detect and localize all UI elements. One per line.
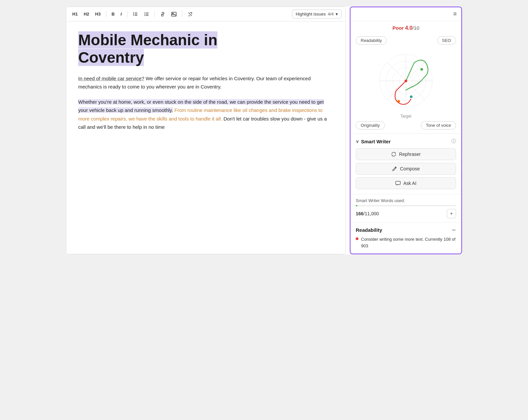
- readability-section: Readability ✏ Consider writing some more…: [350, 222, 461, 254]
- words-total: 11,000: [365, 211, 379, 216]
- target-label: Target: [350, 114, 461, 119]
- compose-icon: [392, 166, 397, 171]
- dropdown-chevron-icon: ▾: [336, 12, 338, 17]
- doc-title: Mobile Mechanic in Coventry: [78, 31, 334, 66]
- readability-item-text: Consider writing some more text. Current…: [361, 236, 456, 249]
- editor-content: Mobile Mechanic in Coventry In need of m…: [66, 21, 346, 254]
- radar-chart-container: [350, 45, 461, 114]
- highlight-label: Highlight issues: [296, 12, 326, 17]
- bullet-list-button[interactable]: [142, 10, 151, 18]
- score-text: Poor 4.0/10: [356, 25, 456, 31]
- radar-chart: [373, 48, 439, 114]
- metrics-tabs-top: Readability SEO: [350, 36, 461, 45]
- info-icon[interactable]: ⓘ: [451, 138, 456, 144]
- ask-ai-icon: [395, 181, 401, 186]
- words-used-section: Smart Writer Words used: 166/11,000 +: [350, 194, 461, 222]
- readability-tab[interactable]: Readability: [356, 36, 387, 45]
- words-count: 166/11,000: [356, 211, 379, 216]
- smart-writer-title: Smart Writer: [361, 139, 391, 144]
- hamburger-button[interactable]: ≡: [453, 11, 457, 18]
- editor-panel: H1 H2 H3 B I 1 2 3: [66, 7, 346, 254]
- title-highlight-part2: Coventry: [78, 49, 144, 66]
- words-progress-fill: [356, 205, 357, 206]
- toolbar-separator-1: [106, 11, 106, 18]
- compose-label: Compose: [400, 166, 420, 171]
- h2-button[interactable]: H2: [82, 10, 91, 18]
- readability-header: Readability ✏: [356, 227, 456, 233]
- chevron-down-icon: ∨: [356, 139, 359, 144]
- score-total: /10: [412, 25, 419, 31]
- paragraph-2: Whether you're at home, work, or even st…: [78, 98, 334, 131]
- highlight-count: 4/4: [328, 12, 334, 17]
- smart-writer-header: ∨ Smart Writer ⓘ: [356, 138, 456, 144]
- rephraser-icon: [391, 152, 396, 157]
- svg-line-14: [188, 13, 192, 16]
- svg-point-7: [145, 14, 145, 14]
- ask-ai-label: Ask AI: [403, 181, 416, 186]
- app-container: H1 H2 H3 B I 1 2 3: [66, 7, 462, 254]
- svg-point-25: [397, 100, 400, 103]
- title-highlight-part1: Mobile Mechanic in: [78, 31, 217, 49]
- rephraser-button[interactable]: Rephraser: [356, 148, 456, 160]
- red-dot-icon: [356, 237, 358, 240]
- words-count-row: 166/11,000 +: [356, 209, 456, 218]
- paragraph-1: In need of mobile car service? We offer …: [78, 74, 334, 91]
- words-used-label: Smart Writer Words used:: [356, 198, 456, 203]
- svg-point-6: [145, 12, 145, 13]
- compose-button[interactable]: Compose: [356, 163, 456, 175]
- add-words-button[interactable]: +: [447, 209, 456, 218]
- score-poor-label: Poor: [392, 25, 404, 31]
- edit-icon[interactable]: ✏: [452, 228, 456, 233]
- metrics-tabs-bottom: Originality Tone of voice: [350, 120, 461, 133]
- toolbar-separator-4: [182, 11, 182, 18]
- svg-point-23: [405, 80, 407, 82]
- image-icon: [171, 12, 177, 17]
- readability-title: Readability: [356, 227, 382, 233]
- score-value: 4.0: [405, 25, 412, 31]
- link-icon: [160, 12, 165, 17]
- clear-format-icon: [187, 12, 193, 17]
- words-progress-bar: [356, 205, 456, 206]
- readability-item: Consider writing some more text. Current…: [356, 236, 456, 249]
- highlight-dropdown[interactable]: Highlight issues 4/4 ▾: [292, 10, 342, 18]
- ordered-list-button[interactable]: 1 2 3: [131, 10, 140, 18]
- clear-format-button[interactable]: [185, 10, 195, 18]
- h1-button[interactable]: H1: [70, 10, 80, 18]
- italic-button[interactable]: I: [118, 10, 124, 18]
- para1-underline: In need of mobile car service?: [78, 76, 144, 81]
- smart-writer-title-container: ∨ Smart Writer: [356, 139, 391, 144]
- svg-text:3: 3: [133, 14, 134, 16]
- originality-tab[interactable]: Originality: [356, 121, 385, 129]
- tone-of-voice-tab[interactable]: Tone of voice: [421, 121, 456, 129]
- svg-point-8: [145, 15, 145, 16]
- rephraser-label: Rephraser: [399, 152, 420, 157]
- svg-point-24: [420, 68, 423, 71]
- toolbar: H1 H2 H3 B I 1 2 3: [66, 7, 346, 21]
- svg-rect-27: [396, 181, 400, 185]
- sidebar-header: ≡: [350, 7, 461, 21]
- ordered-list-icon: 1 2 3: [133, 12, 138, 17]
- toolbar-separator-2: [127, 11, 127, 18]
- sidebar-panel: ≡ Poor 4.0/10 Readability SEO: [350, 7, 462, 254]
- words-current: 166: [356, 211, 363, 216]
- link-button[interactable]: [158, 10, 167, 18]
- h3-button[interactable]: H3: [93, 10, 103, 18]
- image-button[interactable]: [169, 10, 179, 18]
- ask-ai-button[interactable]: Ask AI: [356, 177, 456, 189]
- score-section: Poor 4.0/10: [350, 21, 461, 34]
- bullet-list-icon: [144, 12, 149, 17]
- toolbar-separator-3: [154, 11, 155, 18]
- svg-point-26: [410, 95, 412, 98]
- smart-writer-section: ∨ Smart Writer ⓘ Rephraser: [350, 133, 461, 194]
- bold-button[interactable]: B: [110, 10, 116, 18]
- seo-tab[interactable]: SEO: [437, 36, 456, 45]
